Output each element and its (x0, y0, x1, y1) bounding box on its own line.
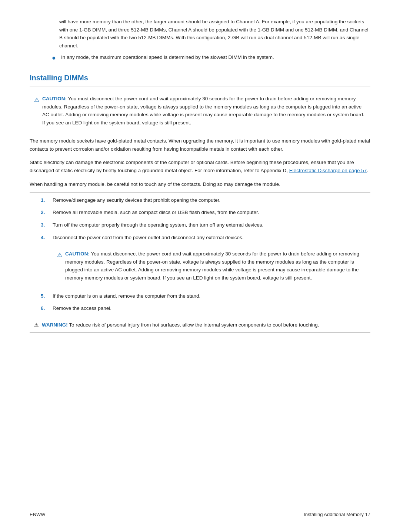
step-2: 2. Remove all removable media, such as c… (41, 208, 370, 217)
steps-list-2: 5. If the computer is on a stand, remove… (41, 292, 370, 312)
caution-block-2: ⚠ CAUTION: You must disconnect the power… (53, 246, 370, 286)
warning-text: To reduce risk of personal injury from h… (69, 322, 319, 328)
step-6-num: 6. (41, 304, 53, 312)
warning-block: ⚠ WARNING! To reduce risk of personal in… (30, 317, 370, 333)
step-5-num: 5. (41, 292, 53, 300)
body-para-1: The memory module sockets have gold-plat… (30, 137, 370, 154)
electrostatic-link[interactable]: Electrostatic Discharge on page 57 (289, 168, 367, 173)
caution-2-triangle-icon: ⚠ (57, 250, 62, 260)
caution-2-content: CAUTION: You must disconnect the power c… (65, 250, 366, 282)
section-title: Installing DIMMs (30, 74, 370, 82)
step-3-text: Turn off the computer properly through t… (53, 221, 370, 229)
step-1-text: Remove/disengage any security devices th… (53, 196, 370, 204)
intro-text: will have more memory than the other, th… (59, 19, 368, 48)
steps-list-1: 1. Remove/disengage any security devices… (41, 196, 370, 241)
caution-1-text: You must disconnect the power cord and w… (42, 96, 364, 126)
step-5-text: If the computer is on a stand, remove th… (53, 292, 370, 300)
step-6-text: Remove the access panel. (53, 304, 370, 312)
footer-left: ENWW (30, 512, 46, 517)
body-2-post: . (367, 168, 368, 173)
footer-right: Installing Additional Memory 17 (304, 512, 370, 517)
bullet-icon: ● (52, 53, 56, 63)
caution-2-label: CAUTION: (65, 251, 90, 257)
step-2-text: Remove all removable media, such as comp… (53, 208, 370, 217)
intro-paragraph: will have more memory than the other, th… (59, 18, 370, 50)
step-4-text: Disconnect the power cord from the power… (53, 234, 370, 242)
warning-label: WARNING! (42, 322, 68, 328)
bullet-text: In any mode, the maximum operational spe… (61, 53, 274, 63)
caution-2-text: You must disconnect the power cord and w… (65, 251, 359, 281)
step-4: 4. Disconnect the power cord from the po… (41, 234, 370, 242)
step-2-num: 2. (41, 208, 53, 217)
caution-1-content: CAUTION: You must disconnect the power c… (42, 95, 366, 127)
step-1: 1. Remove/disengage any security devices… (41, 196, 370, 204)
section-divider (30, 87, 370, 87)
step-6: 6. Remove the access panel. (41, 304, 370, 312)
body-para-3: When handling a memory module, be carefu… (30, 180, 370, 188)
caution-1-label: CAUTION: (42, 96, 67, 101)
step-4-num: 4. (41, 234, 53, 242)
bullet-item-1: ● In any mode, the maximum operational s… (52, 53, 370, 63)
step-5: 5. If the computer is on a stand, remove… (41, 292, 370, 300)
caution-block-1: ⚠ CAUTION: You must disconnect the power… (30, 91, 370, 131)
warning-content: WARNING! To reduce risk of personal inju… (42, 321, 319, 329)
body-para-2: Static electricity can damage the electr… (30, 158, 370, 175)
step-3: 3. Turn off the computer properly throug… (41, 221, 370, 229)
page-footer: ENWW Installing Additional Memory 17 (30, 512, 370, 517)
step-1-num: 1. (41, 196, 53, 204)
caution-triangle-icon: ⚠ (34, 95, 39, 105)
warning-triangle-icon: ⚠ (34, 321, 39, 329)
step-3-num: 3. (41, 221, 53, 229)
